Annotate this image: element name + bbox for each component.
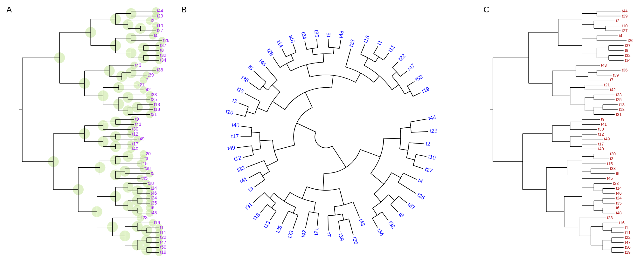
tip-label: t45 — [258, 58, 268, 68]
svg-line-323 — [312, 49, 313, 55]
tip-label: t48 — [338, 30, 345, 38]
svg-line-299 — [237, 146, 252, 148]
tip-label: t44 — [622, 9, 627, 13]
svg-line-307 — [235, 114, 245, 117]
tip-label: t32 — [160, 53, 166, 58]
tip-label: t31 — [151, 112, 157, 117]
tip-label: t42 — [300, 229, 308, 238]
tip-label: t10 — [157, 23, 163, 28]
svg-line-283 — [282, 211, 288, 224]
svg-line-279 — [305, 212, 309, 228]
tip-label: t38 — [240, 75, 250, 84]
tip-label: t20 — [610, 151, 616, 156]
tip-label: t22 — [625, 235, 631, 240]
tip-label: t29 — [157, 13, 163, 18]
tip-label: t31 — [616, 112, 622, 117]
tip-label: t34 — [376, 227, 385, 237]
tip-label: t38 — [144, 166, 151, 171]
svg-line-263 — [398, 196, 407, 203]
tip-label: t12 — [132, 131, 138, 137]
tip-label: t49 — [138, 136, 145, 141]
tip-label: t18 — [154, 107, 160, 112]
tip-label: t10 — [428, 154, 436, 161]
tip-label: t20 — [144, 151, 151, 156]
tip-label: t25 — [151, 97, 157, 102]
tip-label: t33 — [287, 230, 295, 239]
tip-label: t17 — [132, 141, 138, 146]
svg-line-331 — [374, 76, 380, 82]
svg-line-255 — [416, 154, 426, 156]
tip-label: t40 — [132, 146, 138, 151]
tip-label: t33 — [616, 92, 622, 97]
tip-label: t30 — [132, 126, 138, 131]
tip-label: t12 — [233, 155, 242, 162]
svg-line-296 — [260, 140, 273, 141]
tip-label: t42 — [144, 87, 151, 92]
tip-label: t46 — [287, 35, 296, 44]
tip-label: t47 — [625, 240, 631, 245]
svg-line-330 — [346, 49, 351, 67]
svg-line-321 — [293, 44, 296, 52]
svg-line-289 — [297, 123, 316, 132]
tree-panel-b: t44t29t2t10t27t4t26t37t8t32t34t43t36t39t… — [172, 6, 480, 257]
svg-line-280 — [284, 192, 290, 201]
svg-line-284 — [270, 193, 274, 198]
tip-label: t43 — [135, 63, 142, 68]
svg-line-335 — [374, 46, 378, 54]
tip-label: t14 — [616, 186, 622, 191]
tip-label: t23 — [607, 215, 613, 220]
tip-label: t26 — [416, 192, 426, 201]
svg-line-336 — [384, 53, 389, 60]
svg-line-250 — [410, 119, 427, 122]
tip-label: t4 — [619, 33, 622, 38]
svg-line-320 — [282, 49, 286, 57]
tip-label: t41 — [239, 176, 248, 185]
tip-label: t5 — [616, 171, 620, 176]
svg-line-308 — [239, 103, 248, 107]
tip-label: t19 — [160, 250, 166, 255]
tip-label: t17 — [231, 133, 239, 139]
tip-label: t41 — [135, 122, 142, 127]
tip-label: t1 — [376, 39, 384, 46]
tip-label: t21 — [604, 83, 610, 87]
tip-label: t41 — [601, 122, 607, 127]
tip-label: t27 — [157, 28, 163, 33]
tip-label: t2 — [616, 18, 620, 23]
tip-label: t9 — [247, 185, 254, 193]
tip-label: t36 — [157, 67, 163, 72]
svg-line-274 — [339, 221, 340, 232]
svg-line-333 — [361, 44, 365, 54]
tip-label: t30 — [598, 127, 604, 131]
tip-label: t42 — [610, 87, 616, 92]
tip-label: t28 — [148, 181, 154, 186]
tip-label: t46 — [616, 191, 622, 196]
tip-label: t7 — [144, 77, 148, 82]
tip-label: t21 — [138, 82, 145, 87]
svg-line-328 — [339, 40, 341, 48]
svg-line-265 — [373, 208, 377, 215]
tip-label: t26 — [163, 38, 170, 43]
tip-label: t8 — [625, 48, 628, 53]
tip-label: t27 — [424, 166, 433, 174]
svg-line-264 — [391, 205, 398, 212]
tip-label: t1 — [160, 225, 164, 230]
tip-label: t19 — [625, 250, 631, 255]
tip-label: t3 — [610, 156, 613, 161]
tip-label: t6 — [151, 205, 155, 210]
tree-panel-c: t44t29t2t10t27t4t26t37t8t32t34t43t36t39t… — [483, 6, 642, 257]
tip-label: t12 — [598, 132, 604, 137]
svg-line-305 — [257, 108, 267, 112]
svg-line-260 — [398, 182, 416, 194]
tip-label: t8 — [160, 48, 164, 53]
svg-line-292 — [262, 171, 270, 176]
svg-line-246 — [332, 146, 346, 167]
svg-line-313 — [253, 71, 266, 82]
svg-line-276 — [302, 187, 307, 198]
tip-label: t50 — [414, 74, 424, 83]
tip-label: t40 — [232, 122, 240, 129]
svg-line-266 — [382, 212, 388, 221]
tip-label: t19 — [421, 86, 430, 94]
svg-line-249 — [400, 127, 411, 129]
tip-label: t48 — [151, 210, 157, 215]
svg-line-334 — [375, 57, 379, 62]
